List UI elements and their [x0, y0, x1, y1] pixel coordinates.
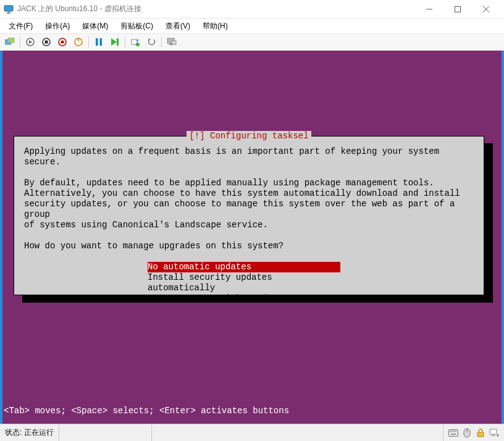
dialog-options: No automatic updatesInstall security upd…	[24, 262, 474, 304]
svg-rect-12	[45, 41, 48, 44]
window-title: JACK 上的 Ubuntu16.10 - 虚拟机连接	[17, 4, 415, 14]
option-security-updates[interactable]: Install security updates automatically	[148, 272, 340, 293]
toolbar-separator	[88, 36, 89, 48]
terminal-screen[interactable]: [!] Configuring tasksel Applying updates…	[2, 51, 502, 419]
svg-rect-38	[492, 434, 495, 435]
svg-rect-36	[477, 432, 484, 437]
window-controls	[415, 0, 500, 19]
svg-rect-4	[455, 6, 461, 12]
svg-rect-0	[4, 6, 13, 11]
revert-button[interactable]	[144, 35, 159, 49]
svg-rect-27	[172, 41, 176, 44]
display-config-icon[interactable]	[489, 428, 499, 438]
menu-action[interactable]: 操作(A)	[39, 19, 76, 33]
svg-marker-10	[29, 40, 32, 44]
title-bar: JACK 上的 Ubuntu16.10 - 虚拟机连接	[0, 0, 504, 19]
app-icon	[4, 4, 14, 14]
maximize-button[interactable]	[443, 0, 472, 19]
dialog-title: [!] Configuring tasksel	[187, 131, 311, 141]
svg-rect-32	[455, 430, 456, 432]
svg-point-22	[136, 43, 140, 46]
menu-bar: 文件(F) 操作(A) 媒体(M) 剪贴板(C) 查看(V) 帮助(H)	[0, 19, 504, 33]
svg-marker-40	[497, 434, 499, 437]
menu-media[interactable]: 媒体(M)	[76, 19, 114, 33]
vm-display[interactable]: [!] Configuring tasksel Applying updates…	[0, 51, 504, 424]
vm-right-edge	[502, 51, 504, 424]
minimize-button[interactable]	[415, 0, 443, 19]
svg-rect-2	[6, 13, 11, 14]
dialog-para1: Applying updates on a frequent basis is …	[24, 146, 445, 167]
option-landscape[interactable]: Manage system with Landscape	[148, 293, 340, 304]
keyboard-icon	[448, 428, 458, 438]
ctrl-alt-del-button[interactable]	[2, 35, 17, 49]
menu-clipboard[interactable]: 剪贴板(C)	[114, 19, 159, 33]
svg-point-14	[61, 41, 64, 44]
dialog-body: Applying updates on a frequent basis is …	[14, 136, 484, 309]
keyboard-hint: <Tab> moves; <Space> selects; <Enter> ac…	[2, 406, 289, 416]
menu-view[interactable]: 查看(V)	[159, 19, 196, 33]
menu-help[interactable]: 帮助(H)	[196, 19, 234, 33]
save-button[interactable]	[71, 35, 86, 49]
svg-rect-39	[491, 435, 495, 436]
svg-rect-37	[490, 429, 497, 434]
installer-dialog: [!] Configuring tasksel Applying updates…	[14, 136, 484, 295]
status-text: 状态: 正在运行	[0, 424, 59, 441]
status-empty-cell	[59, 424, 152, 441]
enhanced-session-button[interactable]	[164, 35, 179, 49]
checkpoint-button[interactable]	[128, 35, 143, 49]
start-button[interactable]	[23, 35, 38, 49]
lock-icon	[476, 428, 485, 438]
dialog-question: How do you want to manage upgrades on th…	[24, 241, 284, 251]
dialog-title-row: [!] Configuring tasksel	[14, 131, 484, 141]
toolbar	[0, 33, 504, 51]
pause-button[interactable]	[91, 35, 106, 49]
svg-marker-19	[111, 38, 117, 46]
menu-file[interactable]: 文件(F)	[2, 19, 39, 33]
svg-rect-20	[117, 38, 119, 46]
option-no-auto-updates[interactable]: No automatic updates	[148, 262, 340, 272]
svg-rect-31	[453, 430, 455, 432]
svg-rect-29	[450, 430, 451, 432]
svg-rect-8	[8, 38, 14, 43]
mouse-icon	[462, 428, 472, 438]
close-button[interactable]	[472, 0, 500, 19]
svg-rect-33	[451, 434, 456, 435]
svg-rect-30	[452, 430, 453, 432]
svg-rect-18	[100, 38, 103, 46]
svg-rect-1	[7, 12, 10, 13]
reset-button[interactable]	[107, 35, 122, 49]
dialog-para2: By default, updates need to be applied m…	[24, 178, 460, 230]
status-bar: 状态: 正在运行	[0, 424, 504, 441]
toolbar-separator	[20, 36, 20, 48]
shutdown-button[interactable]	[55, 35, 70, 49]
toolbar-separator	[161, 36, 162, 48]
svg-rect-17	[96, 38, 98, 46]
toolbar-separator	[125, 36, 125, 48]
status-icons	[443, 424, 504, 441]
turnoff-button[interactable]	[39, 35, 54, 49]
